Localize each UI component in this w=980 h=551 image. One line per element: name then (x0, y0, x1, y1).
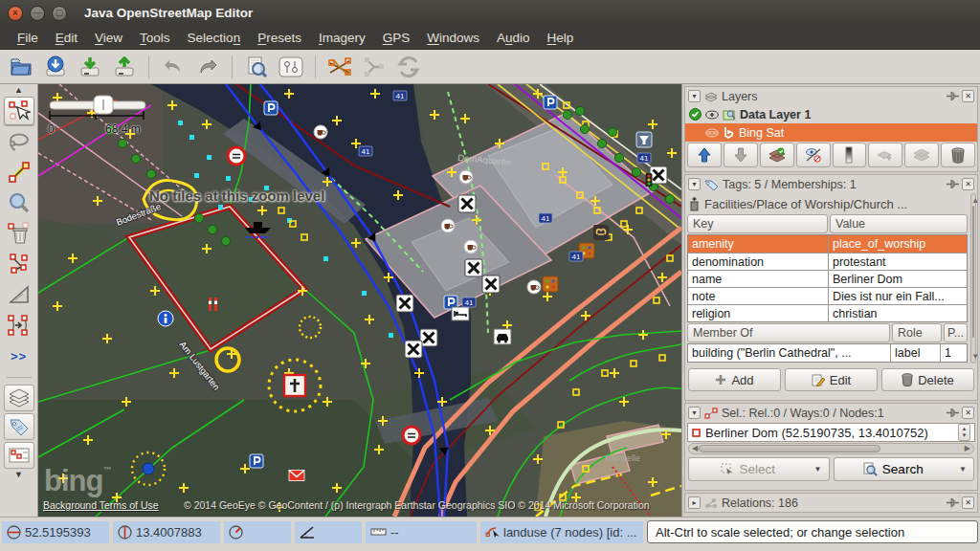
tag-row[interactable]: denominationprotestant (688, 253, 967, 270)
sidebar-scroll-down-arrow[interactable]: ▼ (14, 471, 23, 479)
menu-help[interactable]: Help (540, 29, 582, 47)
visible-eye-icon[interactable] (705, 110, 719, 120)
relations-panel-expand-button[interactable]: ▸ (688, 496, 701, 509)
search-dropdown-arrow[interactable]: ▼ (952, 458, 973, 480)
open-button[interactable] (6, 53, 36, 81)
menu-presets[interactable]: Presets (250, 29, 309, 47)
menu-tools[interactable]: Tools (132, 29, 178, 47)
combine-way-button[interactable] (359, 53, 390, 81)
layer-activate-button[interactable] (760, 143, 794, 167)
save-button[interactable] (75, 53, 105, 81)
preset-row[interactable]: Facilities/Place of Worship/Church ... (685, 193, 969, 214)
select-dropdown-arrow[interactable]: ▼ (808, 458, 829, 480)
map-canvas[interactable]: 41 41 41 41 41 41 Bodestraße Am Lustgart… (38, 84, 681, 517)
parallel-way-tool[interactable] (4, 311, 34, 340)
toolbar-separator (315, 55, 316, 78)
search-button[interactable]: Search ▼ (834, 457, 975, 481)
window-close-button[interactable]: × (8, 6, 23, 21)
relations-icon (704, 497, 718, 509)
tag-row[interactable]: nameBerliner Dom (688, 270, 967, 287)
menu-file[interactable]: File (10, 29, 46, 47)
redo-button[interactable] (192, 53, 223, 81)
layer-visibility-button[interactable] (796, 143, 831, 167)
delete-tool[interactable] (4, 219, 34, 248)
translucent-eye-icon[interactable] (705, 128, 719, 138)
edit-tools-sidebar: ▲ (0, 84, 38, 517)
selection-panel-close-button[interactable]: ✕ (962, 407, 974, 419)
select-button[interactable]: Select ▼ (688, 457, 830, 481)
selection-panel-toggle[interactable] (4, 442, 34, 469)
terms-of-use-link[interactable]: Background Terms of Use (43, 499, 159, 511)
pin-icon[interactable] (946, 408, 960, 418)
role-column-header[interactable]: Role (892, 323, 942, 342)
sidebar-collapse-arrow[interactable]: ▲ (14, 86, 23, 95)
split-way-button[interactable] (324, 53, 355, 81)
update-data-button[interactable] (393, 53, 424, 81)
tag-row[interactable]: amenityplace_of_worship (688, 235, 967, 253)
parallel-way-icon (7, 314, 32, 337)
layer-merge-button[interactable] (868, 143, 902, 167)
select-tool[interactable] (4, 97, 34, 125)
zoom-tool[interactable] (4, 188, 34, 217)
sidebar-separator (7, 377, 32, 378)
tags-panel-toggle[interactable] (4, 413, 34, 440)
pin-icon[interactable] (946, 179, 960, 189)
key-column-header[interactable]: Key (687, 214, 828, 233)
layer-move-up-button[interactable] (687, 143, 722, 167)
relations-panel: ▸ Relations: 186 ✕ (684, 493, 978, 513)
menu-edit[interactable]: Edit (48, 29, 85, 47)
selection-list-spinner[interactable]: ▲▼ (958, 424, 970, 441)
unglue-tool[interactable] (4, 250, 34, 278)
menu-gps[interactable]: GPS (375, 29, 418, 47)
pin-icon[interactable] (946, 91, 960, 101)
selection-list-item[interactable]: Berliner Dom (52.5190735, 13.4010752) ▲▼ (687, 423, 975, 442)
layer-duplicate-button[interactable] (904, 143, 939, 167)
search-button[interactable] (241, 53, 272, 81)
upload-button[interactable] (109, 53, 140, 81)
more-tools-button[interactable]: >> (4, 342, 34, 370)
angle-icon (300, 525, 316, 539)
layer-row-bing[interactable]: Bing Sat (685, 123, 977, 142)
tags-panel-menu-button[interactable]: ▾ (688, 178, 701, 190)
tag-row[interactable]: religionchristian (688, 304, 967, 321)
menu-windows[interactable]: Windows (419, 29, 487, 47)
funnel-icon (636, 132, 652, 147)
pin-icon[interactable] (946, 497, 960, 508)
selection-list-icon (8, 447, 31, 464)
delete-tag-button[interactable]: Delete (881, 368, 974, 391)
member-of-column-header[interactable]: Member Of (687, 323, 890, 342)
lasso-tool[interactable] (4, 127, 34, 156)
membership-row[interactable]: building ("Berlin Cathedral", ... label … (688, 344, 967, 362)
value-column-header[interactable]: Value (830, 214, 968, 233)
membership-table: building ("Berlin Cathedral", ... label … (687, 343, 968, 363)
window-minimize-button[interactable]: — (30, 6, 45, 21)
layers-panel-toggle[interactable] (4, 385, 34, 411)
layer-delete-button[interactable] (941, 143, 975, 167)
download-button[interactable] (40, 53, 71, 81)
layer-opacity-button[interactable] (833, 143, 867, 167)
layers-panel-close-button[interactable]: ✕ (962, 90, 974, 102)
menu-imagery[interactable]: Imagery (311, 29, 373, 47)
selection-h-scrollbar[interactable]: ◀ ▶ (688, 443, 974, 454)
relations-panel-close-button[interactable]: ✕ (962, 496, 974, 509)
undo-button[interactable] (158, 53, 189, 81)
position-column-header[interactable]: P... (944, 323, 968, 342)
tag-row[interactable]: noteDies ist nur ein Fall... (688, 287, 967, 304)
draw-nodes-tool[interactable] (4, 158, 34, 187)
menu-audio[interactable]: Audio (489, 29, 538, 47)
extrude-tool[interactable] (4, 280, 34, 309)
tags-panel: ▾ Tags: 5 / Memberships: 1 ✕ (684, 174, 978, 401)
edit-tag-button[interactable]: Edit (785, 368, 878, 391)
window-maximize-button[interactable]: ▢ (52, 6, 67, 21)
menu-view[interactable]: View (87, 29, 130, 47)
menu-selection[interactable]: Selection (180, 29, 249, 47)
selection-panel-menu-button[interactable]: ▾ (688, 407, 701, 419)
layer-move-down-button[interactable] (724, 143, 758, 167)
tags-scrollbar[interactable]: ▲ ▼ (970, 193, 976, 364)
layers-panel-menu-button[interactable]: ▾ (688, 90, 701, 102)
tags-panel-close-button[interactable]: ✕ (962, 178, 974, 190)
add-tag-button[interactable]: Add (688, 368, 781, 391)
layer-row-data[interactable]: Data Layer 1 (685, 105, 977, 123)
no-tiles-message: No tiles at this zoom level (149, 187, 324, 204)
preferences-button[interactable] (276, 53, 306, 81)
